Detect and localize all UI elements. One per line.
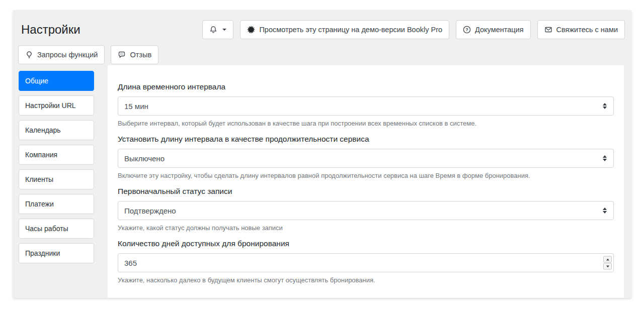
field-label: Количество дней доступных для бронирован… <box>118 239 614 248</box>
up-down-arrows-icon <box>603 155 607 161</box>
stepper-down-button[interactable] <box>603 263 612 270</box>
tab-customers[interactable]: Клиенты <box>19 169 94 189</box>
selected-value: Выключено <box>124 154 165 163</box>
time-slot-length-select[interactable]: 15 мин <box>118 96 614 116</box>
notifications-button[interactable] <box>202 20 233 39</box>
feature-requests-button[interactable]: Запросы функций <box>18 45 105 64</box>
tab-company[interactable]: Компания <box>19 145 94 165</box>
available-days-input[interactable] <box>118 253 614 272</box>
page-title: Настройки <box>21 20 80 39</box>
default-status-select[interactable]: Подтверждено <box>118 201 614 220</box>
tab-url-settings[interactable]: Настройки URL <box>19 95 94 116</box>
contact-us-button[interactable]: Свяжитесь с нами <box>537 20 625 39</box>
field-time-slot-length: Длина временного интервала 15 мин Выбери… <box>118 82 614 128</box>
selected-value: Подтверждено <box>124 206 176 215</box>
field-available-days: Количество дней доступных для бронирован… <box>118 239 614 284</box>
up-down-arrows-icon <box>603 207 607 214</box>
view-demo-label: Просмотреть эту страницу на демо-версии … <box>259 26 442 34</box>
bookly-burst-icon <box>247 26 255 34</box>
tab-holidays[interactable]: Праздники <box>19 243 94 263</box>
field-label: Первоначальный статус записи <box>118 187 614 196</box>
field-default-status: Первоначальный статус записи Подтвержден… <box>118 187 614 232</box>
speech-bubble-icon <box>118 51 126 59</box>
feature-requests-label: Запросы функций <box>37 51 98 59</box>
tab-calendar[interactable]: Календарь <box>19 120 94 140</box>
chevron-down-icon <box>222 29 226 31</box>
documentation-label: Документация <box>475 26 523 34</box>
selected-value: 15 мин <box>124 102 148 111</box>
svg-text:?: ? <box>465 27 468 32</box>
lightbulb-icon <box>25 51 33 59</box>
field-help: Укажите, какой статус должны получать но… <box>118 224 614 232</box>
tab-general[interactable]: Общие <box>19 71 94 91</box>
up-down-arrows-icon <box>603 103 607 109</box>
contact-us-label: Свяжитесь с нами <box>556 26 618 34</box>
question-circle-icon: ? <box>463 26 471 34</box>
feedback-label: Отзыв <box>130 51 151 59</box>
field-help: Выберите интервал, который будет использ… <box>118 119 614 128</box>
header-buttons: Просмотреть эту страницу на демо-версии … <box>202 20 625 39</box>
general-settings-panel: Длина временного интервала 15 мин Выбери… <box>108 65 624 298</box>
view-demo-button[interactable]: Просмотреть эту страницу на демо-версии … <box>240 20 449 39</box>
field-help: Включите эту настройку, чтобы сделать дл… <box>118 171 614 180</box>
bell-icon <box>209 26 217 34</box>
feedback-button[interactable]: Отзыв <box>111 45 158 64</box>
tab-payments[interactable]: Платежи <box>19 194 94 214</box>
field-slot-as-duration: Установить длину интервала в качестве пр… <box>118 135 614 180</box>
header-row-2: Запросы функций Отзыв <box>13 39 631 64</box>
stepper-icon[interactable] <box>603 256 612 270</box>
tab-business-hours[interactable]: Часы работы <box>19 219 94 239</box>
documentation-button[interactable]: ? Документация <box>456 20 530 39</box>
envelope-icon <box>544 26 552 34</box>
settings-tabs: Общие Настройки URL Календарь Компания К… <box>13 65 108 298</box>
field-label: Длина временного интервала <box>118 82 614 91</box>
slot-as-duration-select[interactable]: Выключено <box>118 149 614 168</box>
header-row-1: Настройки Просмотреть эту страницу н <box>13 10 631 39</box>
stepper-up-button[interactable] <box>603 256 612 263</box>
settings-card: Настройки Просмотреть эту страницу н <box>13 10 631 298</box>
field-help: Укажите, насколько далеко в будущем клие… <box>118 276 614 284</box>
settings-body: Общие Настройки URL Календарь Компания К… <box>13 65 631 298</box>
field-label: Установить длину интервала в качестве пр… <box>118 135 614 144</box>
